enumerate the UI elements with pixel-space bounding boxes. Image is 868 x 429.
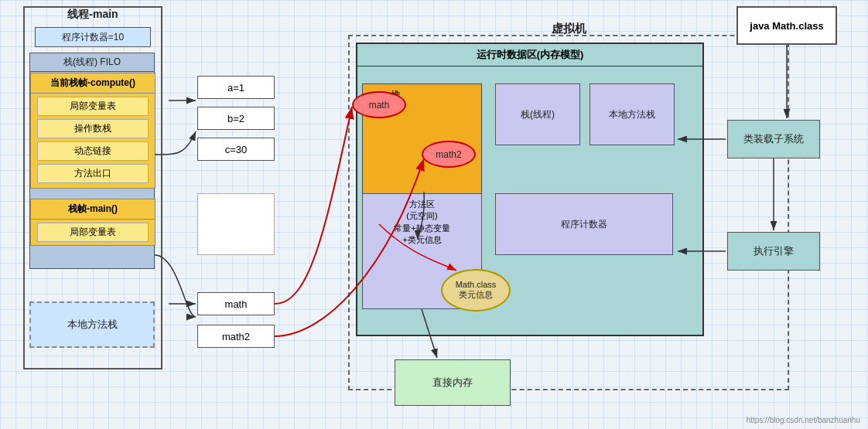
local-vars-item: 局部变量表: [37, 97, 149, 116]
class-meta-text: Math.class类元信息: [456, 280, 497, 301]
var-b-box: b=2: [197, 107, 275, 130]
pc-counter-jvm: 程序计数器: [495, 193, 673, 255]
stack-section: 栈(线程) FILO 当前栈帧-compute() 局部变量表 操作数栈 动态链…: [29, 53, 155, 269]
var-a-box: a=1: [197, 76, 275, 99]
method-area-text: 方法区(元空间)常量+静态变量+类元信息: [363, 194, 481, 247]
var-math2-box: math2: [197, 325, 275, 348]
thread-main-title: 线程-main: [23, 6, 162, 22]
empty-box: [197, 193, 275, 255]
var-math-box: math: [197, 292, 275, 315]
class-loader-box: 类装载子系统: [727, 120, 820, 158]
class-meta-ellipse: Math.class类元信息: [441, 269, 511, 312]
dynamic-link-item: 动态链接: [37, 141, 149, 161]
native-method-box: 本地方法栈: [29, 301, 155, 348]
stack-thread-area: 栈(线程): [495, 83, 580, 145]
frame-compute-title: 当前栈帧-compute(): [31, 73, 155, 94]
stack-title: 栈(线程) FILO: [30, 53, 154, 72]
frame-main-title: 栈帧-main(): [31, 199, 155, 220]
java-class-box: java Math.class: [736, 6, 837, 45]
math-object-ellipse: math: [352, 91, 406, 118]
math2-object-ellipse: math2: [422, 141, 476, 168]
stack-frame-compute: 当前栈帧-compute() 局部变量表 操作数栈 动态链接 方法出口: [30, 73, 155, 189]
jvm-title: 虚拟机: [348, 22, 789, 36]
pc-counter-left: 程序计数器=10: [35, 27, 151, 47]
exec-engine-box: 执行引擎: [727, 232, 820, 271]
stack-frame-main: 栈帧-main() 局部变量表: [30, 199, 155, 246]
watermark: https://blog.csdn.net/banzhuanhu: [747, 416, 860, 424]
runtime-title: 运行时数据区(内存模型): [357, 44, 702, 66]
method-exit-item: 方法出口: [37, 164, 149, 183]
operand-stack-item: 操作数栈: [37, 119, 149, 138]
native-stack-area: 本地方法栈: [589, 83, 675, 145]
diagram-container: 线程-main 程序计数器=10 栈(线程) FILO 当前栈帧-compute…: [0, 0, 868, 429]
var-c-box: c=30: [197, 138, 275, 161]
main-local-vars: 局部变量表: [37, 223, 149, 242]
direct-memory-box: 直接内存: [395, 359, 511, 406]
